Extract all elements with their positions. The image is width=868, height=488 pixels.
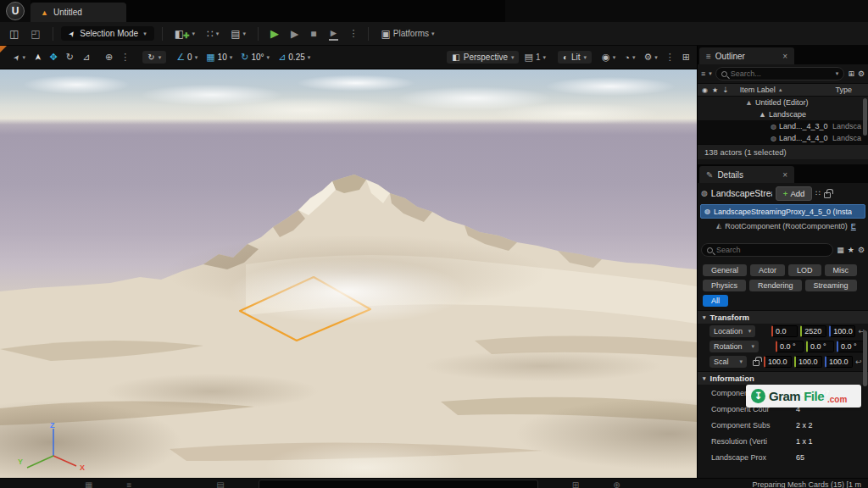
tab-untitled-level[interactable]: ▲ Untitled xyxy=(31,3,126,22)
content-drawer-icon[interactable]: ▦ xyxy=(85,480,92,488)
root-component-edit-link[interactable]: E xyxy=(851,222,856,230)
pin-column-icon[interactable]: ⇣ xyxy=(722,86,729,94)
reset-scale-icon[interactable]: ↩ xyxy=(855,358,862,366)
console-icon[interactable]: ▤ xyxy=(216,480,224,488)
viewport-ellipsis[interactable]: ⋮ xyxy=(663,52,677,63)
rotate-tool-button[interactable]: ↻ xyxy=(63,50,77,64)
display-options-icon[interactable]: ▦ xyxy=(837,246,844,254)
perspective-dropdown[interactable]: ◧ Perspective ▾ xyxy=(447,51,519,64)
component-row-selected[interactable]: ◍ LandscapeStreamingProxy_4_5_0 (Insta xyxy=(700,204,865,219)
rotation-z-field[interactable]: 0.0 ° xyxy=(837,341,865,352)
rotation-snap-dropdown[interactable]: ↻ 10° ▾ xyxy=(237,50,273,64)
filter-chip-general[interactable]: General xyxy=(703,264,747,276)
viewport-options-dropdown[interactable]: ➤ ▾ xyxy=(10,52,29,64)
outliner-row-land-4-3-0[interactable]: ◍ Land..._4_3_0 Landsca xyxy=(698,120,868,132)
cinematics-button[interactable]: ▤ ▾ xyxy=(226,26,250,42)
details-search-input[interactable] xyxy=(716,246,827,254)
play-button[interactable]: ▶ xyxy=(266,25,283,42)
chevron-down-icon[interactable]: ▾ xyxy=(836,70,839,77)
background-task-status[interactable]: Preparing Mesh Cards (15) [1 m xyxy=(752,480,861,488)
coordinate-system-button[interactable]: ⊕ xyxy=(102,50,116,64)
performance-dropdown[interactable]: ◔ ▾ xyxy=(620,51,638,64)
scale-z-field[interactable]: 100.0 xyxy=(825,356,853,368)
launch-button[interactable]: ► xyxy=(325,25,343,42)
select-tool-button[interactable]: ➤ xyxy=(31,51,44,64)
scale-lock-icon[interactable] xyxy=(753,360,760,366)
filter-chip-streaming[interactable]: Streaming xyxy=(805,280,857,291)
outliner-search[interactable]: ▾ xyxy=(715,67,845,80)
add-actor-button[interactable]: ◧✚ ▾ xyxy=(170,25,199,42)
browse-content-button[interactable]: ◰ xyxy=(26,26,44,42)
frame-skip-button[interactable]: ▶ xyxy=(287,26,303,42)
source-control-icon[interactable]: ⊕ xyxy=(613,480,620,488)
add-component-button[interactable]: + Add xyxy=(776,186,812,201)
scale-tool-button[interactable]: ⊿ xyxy=(79,50,93,64)
platforms-dropdown[interactable]: ▣ Platforms ▾ xyxy=(376,26,438,42)
outliner-scrollbar[interactable] xyxy=(863,98,867,136)
transform-section-header[interactable]: ▾ Transform xyxy=(698,310,868,324)
location-x-field[interactable]: 0.0 xyxy=(771,325,798,337)
outliner-column-header[interactable]: ◉ ★ ⇣ Item Label ▲ Type xyxy=(698,83,868,97)
gear-icon[interactable]: ⚙ xyxy=(858,69,865,78)
surface-snapping-dropdown[interactable]: ↻ ▾ xyxy=(142,51,166,64)
filter-chip-all[interactable]: All xyxy=(703,295,728,307)
actor-snap-dropdown[interactable]: ∠ 0 ▾ xyxy=(173,50,201,64)
location-dropdown[interactable]: Location ▾ xyxy=(709,325,755,337)
outliner-row-untitled[interactable]: ▲ Untitled (Editor) xyxy=(698,97,868,108)
move-tool-button[interactable]: ✥ xyxy=(46,50,60,64)
filter-chip-misc[interactable]: Misc xyxy=(825,264,858,276)
quad-view-button[interactable]: ⊞ xyxy=(679,50,693,64)
close-icon[interactable]: × xyxy=(782,52,787,61)
filter-chip-lod[interactable]: LOD xyxy=(788,264,821,276)
scale-snap-dropdown[interactable]: ⊿ 0.25 ▾ xyxy=(275,50,314,64)
location-z-field[interactable]: 100.0 xyxy=(829,325,855,337)
viewport-settings-dropdown[interactable]: ⚙ ▾ xyxy=(640,50,660,64)
filter-chip-actor[interactable]: Actor xyxy=(750,264,785,276)
information-section-header[interactable]: ▾ Information xyxy=(698,371,868,385)
chevron-down-icon[interactable]: ▾ xyxy=(709,70,712,77)
view-mode-dropdown[interactable]: ◐ Lit ▾ xyxy=(558,51,592,64)
rotation-y-field[interactable]: 0.0 ° xyxy=(806,341,834,352)
visibility-column-icon[interactable]: ◉ xyxy=(702,86,708,94)
rotation-dropdown[interactable]: Rotation ▾ xyxy=(709,341,759,352)
location-y-field[interactable]: 2520 xyxy=(800,325,826,337)
unreal-logo[interactable]: U xyxy=(0,0,31,22)
outliner-search-input[interactable] xyxy=(731,69,832,78)
level-viewport[interactable]: Z X Y xyxy=(0,69,697,478)
output-log-icon[interactable]: ≡ xyxy=(126,480,131,488)
screen-percentage-dropdown[interactable]: ▤ 1 ▾ xyxy=(520,50,548,64)
grid-snap-dropdown[interactable]: ▦ 10 ▾ xyxy=(203,50,236,64)
details-scrollbar[interactable] xyxy=(863,330,867,386)
filter-chip-physics[interactable]: Physics xyxy=(703,280,746,291)
star-column-icon[interactable]: ★ xyxy=(712,86,718,94)
selection-mode-dropdown[interactable]: ➤ Selection Mode ▾ xyxy=(61,26,154,41)
tab-details[interactable]: ✎ Details × xyxy=(699,166,794,183)
stop-button[interactable]: ■ xyxy=(306,26,320,42)
outliner-row-land-4-4-0[interactable]: ◍ Land..._4_4_0 Landsca xyxy=(698,132,868,144)
blueprints-button[interactable]: ∷ ▾ xyxy=(203,26,223,42)
star-icon[interactable]: ★ xyxy=(848,246,854,254)
derived-data-icon[interactable]: ⊞ xyxy=(572,480,579,488)
create-folder-icon[interactable]: ⊞ xyxy=(848,69,854,78)
outliner-row-landscape[interactable]: ▲ Landscape xyxy=(698,108,868,120)
show-flags-dropdown[interactable]: ◉ ▾ xyxy=(598,50,619,64)
scale-y-field[interactable]: 100.0 xyxy=(794,356,822,368)
item-label-column[interactable]: Item Label xyxy=(740,86,776,94)
filter-icon[interactable]: ≡ xyxy=(701,69,705,78)
console-input[interactable] xyxy=(259,480,538,488)
transform-options-ellipsis[interactable]: ⋮ xyxy=(118,52,132,63)
close-icon[interactable]: × xyxy=(782,170,787,180)
scale-x-field[interactable]: 100.0 xyxy=(764,356,792,368)
scale-dropdown[interactable]: Scal ▾ xyxy=(709,356,747,368)
save-button[interactable]: ◫ xyxy=(5,26,23,42)
play-options-ellipsis[interactable]: ⋮ xyxy=(346,28,360,39)
type-column[interactable]: Type xyxy=(835,86,864,94)
gear-icon[interactable]: ⚙ xyxy=(858,246,865,254)
lock-icon[interactable] xyxy=(824,192,831,198)
rotation-x-field[interactable]: 0.0 ° xyxy=(776,341,804,352)
blueprint-icon[interactable]: ∷ xyxy=(815,189,821,197)
details-search[interactable] xyxy=(701,243,833,257)
filter-chip-rendering[interactable]: Rendering xyxy=(749,280,802,291)
tab-outliner[interactable]: ≡ Outliner × xyxy=(699,47,794,64)
component-row-root[interactable]: ◭ RootComponent (RootComponent0) E xyxy=(698,219,868,232)
